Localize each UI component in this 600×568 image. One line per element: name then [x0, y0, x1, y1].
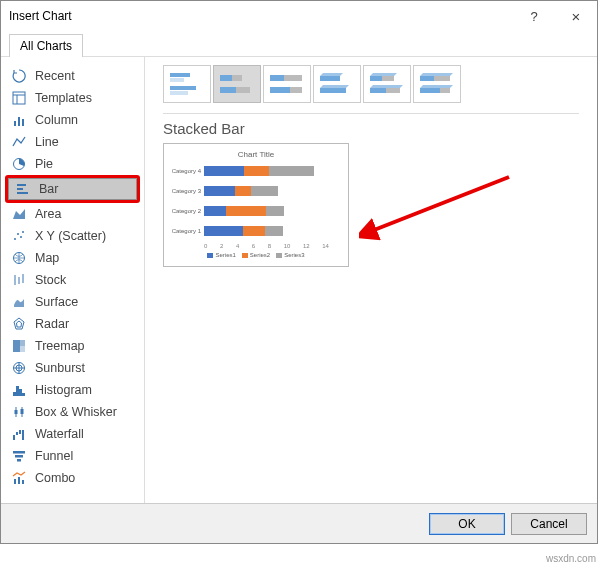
svg-rect-44 — [18, 477, 20, 484]
sidebar-item-recent[interactable]: Recent — [5, 65, 140, 87]
main-panel: Stacked Bar Chart Title Category 4 Categ… — [145, 57, 597, 503]
sidebar-item-templates[interactable]: Templates — [5, 87, 140, 109]
svg-rect-54 — [270, 75, 284, 81]
sidebar-item-scatter[interactable]: X Y (Scatter) — [5, 225, 140, 247]
chart-preview[interactable]: Chart Title Category 4 Category 3 Catego… — [163, 143, 349, 267]
sidebar-item-label: Templates — [35, 91, 92, 105]
box-whisker-icon — [11, 404, 27, 420]
svg-rect-70 — [434, 76, 450, 81]
sidebar-item-bar-highlight: Bar — [5, 175, 140, 203]
chart-x-axis: 02468101214 — [204, 243, 329, 249]
svg-rect-51 — [232, 75, 242, 81]
ok-button[interactable]: OK — [429, 513, 505, 535]
svg-rect-31 — [22, 393, 25, 396]
funnel-icon — [11, 448, 27, 464]
sidebar-item-radar[interactable]: Radar — [5, 313, 140, 335]
sidebar-item-label: Waterfall — [35, 427, 84, 441]
subtype-3d-clustered-bar[interactable] — [313, 65, 361, 103]
chart-category-list: Recent Templates Column Line Pie — [1, 57, 145, 503]
treemap-icon — [11, 338, 27, 354]
svg-rect-41 — [15, 455, 23, 458]
svg-rect-42 — [17, 459, 21, 462]
svg-point-13 — [20, 236, 22, 238]
svg-rect-55 — [284, 75, 302, 81]
svg-rect-69 — [420, 76, 434, 81]
chart-category-label: Category 2 — [170, 208, 204, 214]
svg-rect-49 — [170, 91, 188, 95]
subtype-stacked-bar[interactable] — [213, 65, 261, 103]
sidebar-item-sunburst[interactable]: Sunburst — [5, 357, 140, 379]
histogram-icon — [11, 382, 27, 398]
sidebar-item-label: X Y (Scatter) — [35, 229, 106, 243]
preview-title: Stacked Bar — [163, 120, 579, 137]
svg-rect-59 — [320, 76, 340, 81]
subtype-clustered-bar[interactable] — [163, 65, 211, 103]
sidebar-item-histogram[interactable]: Histogram — [5, 379, 140, 401]
close-button[interactable]: × — [555, 1, 597, 31]
svg-rect-40 — [13, 451, 25, 454]
svg-rect-21 — [13, 340, 20, 352]
svg-rect-53 — [236, 87, 250, 93]
sidebar-item-treemap[interactable]: Treemap — [5, 335, 140, 357]
sidebar-item-stock[interactable]: Stock — [5, 269, 140, 291]
sidebar-item-column[interactable]: Column — [5, 109, 140, 131]
tab-all-charts[interactable]: All Charts — [9, 34, 83, 57]
help-button[interactable]: ? — [513, 1, 555, 31]
svg-rect-61 — [320, 88, 346, 93]
svg-marker-71 — [420, 85, 453, 88]
svg-rect-48 — [170, 86, 196, 90]
svg-marker-58 — [320, 73, 343, 76]
column-icon — [11, 112, 27, 128]
svg-rect-50 — [220, 75, 232, 81]
svg-line-75 — [369, 177, 509, 232]
templates-icon — [11, 90, 27, 106]
svg-marker-68 — [420, 73, 453, 76]
svg-marker-20 — [17, 321, 22, 327]
svg-rect-46 — [170, 73, 190, 77]
svg-rect-7 — [17, 184, 26, 186]
sidebar-item-label: Radar — [35, 317, 69, 331]
surface-icon — [11, 294, 27, 310]
svg-marker-10 — [13, 209, 25, 219]
sidebar-item-box-whisker[interactable]: Box & Whisker — [5, 401, 140, 423]
chart-category-label: Category 3 — [170, 188, 204, 194]
svg-rect-63 — [370, 76, 382, 81]
sidebar-item-surface[interactable]: Surface — [5, 291, 140, 313]
svg-rect-22 — [20, 340, 25, 346]
svg-rect-67 — [386, 88, 400, 93]
tab-strip: All Charts — [1, 31, 597, 57]
sidebar-item-label: Area — [35, 207, 61, 221]
svg-rect-52 — [220, 87, 236, 93]
map-icon — [11, 250, 27, 266]
sidebar-item-label: Stock — [35, 273, 66, 287]
svg-marker-60 — [320, 85, 349, 88]
stock-icon — [11, 272, 27, 288]
sidebar-item-label: Map — [35, 251, 59, 265]
sidebar-item-combo[interactable]: Combo — [5, 467, 140, 489]
svg-rect-37 — [16, 432, 18, 435]
svg-rect-35 — [21, 409, 24, 414]
line-icon — [11, 134, 27, 150]
sidebar-item-label: Line — [35, 135, 59, 149]
sidebar-item-waterfall[interactable]: Waterfall — [5, 423, 140, 445]
svg-rect-56 — [270, 87, 290, 93]
sidebar-item-bar[interactable]: Bar — [8, 178, 137, 200]
svg-rect-3 — [14, 121, 16, 126]
sidebar-item-label: Pie — [35, 157, 53, 171]
sidebar-item-area[interactable]: Area — [5, 203, 140, 225]
chart-category-label: Category 1 — [170, 228, 204, 234]
subtype-3d-stacked-bar[interactable] — [363, 65, 411, 103]
svg-rect-30 — [19, 389, 22, 396]
svg-rect-33 — [15, 410, 18, 414]
subtype-100-stacked-bar[interactable] — [263, 65, 311, 103]
subtype-3d-100-stacked-bar[interactable] — [413, 65, 461, 103]
sidebar-item-funnel[interactable]: Funnel — [5, 445, 140, 467]
sidebar-item-pie[interactable]: Pie — [5, 153, 140, 175]
sidebar-item-label: Column — [35, 113, 78, 127]
sidebar-item-map[interactable]: Map — [5, 247, 140, 269]
svg-rect-0 — [13, 92, 25, 104]
svg-rect-9 — [17, 192, 28, 194]
cancel-button[interactable]: Cancel — [511, 513, 587, 535]
sidebar-item-line[interactable]: Line — [5, 131, 140, 153]
annotation-arrow-icon — [359, 172, 519, 242]
